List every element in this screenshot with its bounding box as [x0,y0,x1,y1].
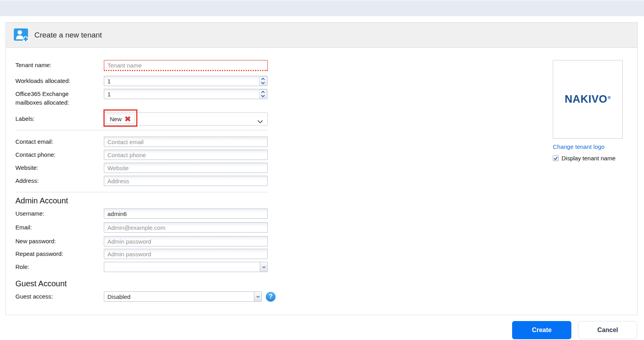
contact-phone-row: Contact phone: [15,150,268,160]
workloads-label: Workloads allocated: [15,76,104,86]
labels-row: Labels: New [15,112,268,126]
repeat-password-input[interactable] [104,249,268,259]
guest-account-heading: Guest Account [15,279,268,288]
remove-label-icon[interactable] [124,116,131,122]
dialog-header: Create a new tenant [6,23,637,48]
registered-mark: ® [608,96,611,100]
add-tenant-icon [13,28,30,43]
guest-access-value: Disabled [107,293,130,300]
tenant-logo-preview: NAKIVO® [553,60,623,139]
create-button[interactable]: Create [512,321,571,339]
new-password-label: New password: [15,236,104,246]
website-input[interactable] [104,163,268,173]
label-tag-text: New [110,116,122,122]
address-row: Address: [15,176,268,186]
guest-access-row: Guest access: Disabled ? [15,291,268,302]
username-input[interactable] [104,209,268,219]
username-row: Username: [15,209,268,219]
tenant-form: Tenant name: Workloads allocated: Office… [15,60,268,302]
change-tenant-logo-link[interactable]: Change tenant logo [553,143,605,150]
admin-email-row: Email: [15,222,268,233]
chevron-down-icon [257,118,263,125]
repeat-password-label: Repeat password: [15,249,104,259]
spinner-down-icon[interactable] [259,94,266,98]
display-tenant-name-label: Display tenant name [561,155,616,162]
spinner-up-icon[interactable] [259,77,266,81]
office365-spinner[interactable] [259,90,267,98]
section-divider [15,130,268,130]
contact-phone-input[interactable] [104,150,268,160]
help-icon[interactable]: ? [266,292,276,302]
cancel-button[interactable]: Cancel [578,321,637,339]
workloads-spinner[interactable] [259,77,267,85]
role-label: Role: [15,262,104,272]
nakivo-logo: NAKIVO® [565,93,611,105]
labels-label: Labels: [15,112,104,126]
tenant-name-row: Tenant name: [15,60,268,71]
tenant-name-label: Tenant name: [15,60,104,70]
address-input[interactable] [104,176,268,186]
guest-access-select[interactable]: Disabled [104,291,262,302]
repeat-password-row: Repeat password: [15,249,268,259]
workloads-input[interactable] [104,76,268,86]
label-tag-chip[interactable]: New [106,114,135,124]
select-trigger-button[interactable] [260,262,267,272]
display-tenant-name-row[interactable]: Display tenant name [553,155,624,162]
admin-email-input[interactable] [104,222,268,233]
workloads-row: Workloads allocated: [15,76,268,86]
website-row: Website: [15,163,268,173]
guest-access-label: Guest access: [15,291,104,302]
contact-email-input[interactable] [104,137,268,147]
tenant-branding-panel: NAKIVO® Change tenant logo Display tenan… [553,60,624,162]
contact-email-row: Contact email: [15,137,268,147]
display-tenant-name-checkbox[interactable] [553,155,559,161]
office365-label: Office365 Exchange mailboxes allocated: [15,89,84,107]
admin-email-label: Email: [15,222,104,233]
dialog-title: Create a new tenant [34,31,102,39]
role-select[interactable] [104,262,268,272]
contact-email-label: Contact email: [15,137,104,147]
top-navigation-bar [0,0,644,16]
new-password-row: New password: [15,236,268,246]
spinner-down-icon[interactable] [259,81,266,85]
create-tenant-dialog: Create a new tenant Tenant name: Workloa… [6,22,638,315]
tenant-name-input[interactable] [104,60,268,71]
role-row: Role: [15,262,268,272]
office365-input[interactable] [104,89,268,99]
contact-phone-label: Contact phone: [15,150,104,160]
office365-row: Office365 Exchange mailboxes allocated: [15,89,268,107]
section-divider [15,192,268,192]
website-label: Website: [15,163,104,173]
labels-combobox[interactable]: New [104,112,268,126]
spinner-up-icon[interactable] [259,90,266,94]
checkbox-check-icon [554,156,558,160]
select-trigger-button[interactable] [254,292,261,301]
admin-account-heading: Admin Account [15,196,268,205]
username-label: Username: [15,209,104,219]
address-label: Address: [15,176,104,186]
new-password-input[interactable] [104,236,268,246]
